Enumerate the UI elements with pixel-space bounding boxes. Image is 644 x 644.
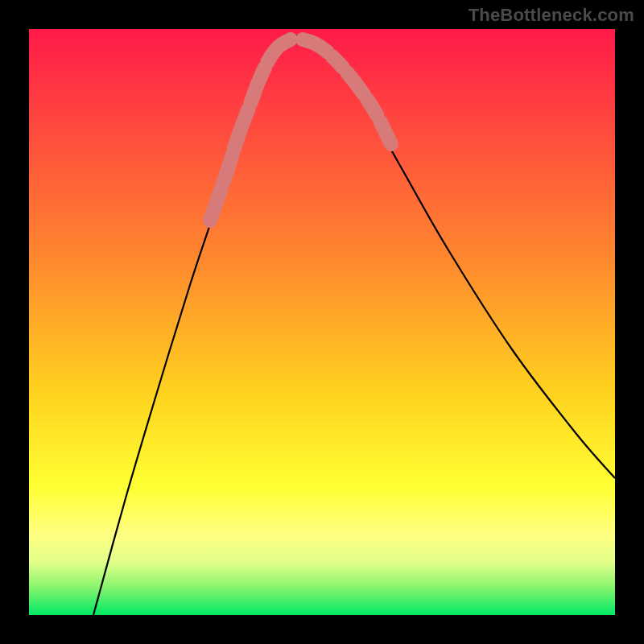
chart-svg <box>29 29 615 615</box>
bottleneck-curve <box>93 36 615 615</box>
marker-band-left <box>210 39 291 221</box>
chart-plot-area <box>29 29 615 615</box>
watermark-text: TheBottleneck.com <box>469 5 634 26</box>
marker-band-right <box>303 39 391 144</box>
